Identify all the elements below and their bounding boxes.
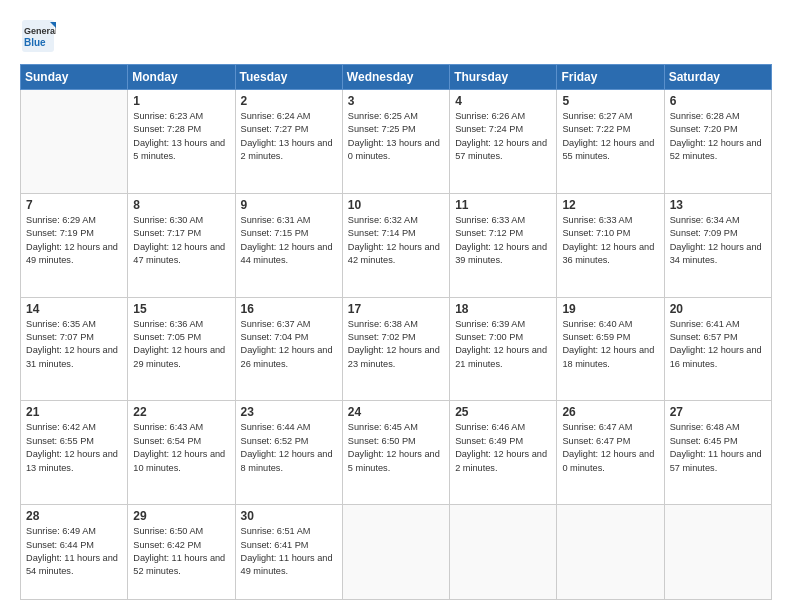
- calendar-cell: 13Sunrise: 6:34 AMSunset: 7:09 PMDayligh…: [664, 193, 771, 297]
- calendar-cell: 17Sunrise: 6:38 AMSunset: 7:02 PMDayligh…: [342, 297, 449, 401]
- day-number: 23: [241, 405, 337, 419]
- day-number: 17: [348, 302, 444, 316]
- day-number: 26: [562, 405, 658, 419]
- day-number: 11: [455, 198, 551, 212]
- cell-info: Sunrise: 6:40 AMSunset: 6:59 PMDaylight:…: [562, 318, 658, 371]
- day-number: 5: [562, 94, 658, 108]
- weekday-header-monday: Monday: [128, 65, 235, 90]
- calendar-cell: 4Sunrise: 6:26 AMSunset: 7:24 PMDaylight…: [450, 90, 557, 194]
- cell-info: Sunrise: 6:31 AMSunset: 7:15 PMDaylight:…: [241, 214, 337, 267]
- calendar-cell: 27Sunrise: 6:48 AMSunset: 6:45 PMDayligh…: [664, 401, 771, 505]
- calendar-cell: 1Sunrise: 6:23 AMSunset: 7:28 PMDaylight…: [128, 90, 235, 194]
- day-number: 25: [455, 405, 551, 419]
- cell-info: Sunrise: 6:42 AMSunset: 6:55 PMDaylight:…: [26, 421, 122, 474]
- day-number: 16: [241, 302, 337, 316]
- calendar-cell: [664, 505, 771, 600]
- cell-info: Sunrise: 6:36 AMSunset: 7:05 PMDaylight:…: [133, 318, 229, 371]
- day-number: 27: [670, 405, 766, 419]
- general-blue-logo-icon: General Blue: [20, 18, 56, 54]
- calendar-cell: 9Sunrise: 6:31 AMSunset: 7:15 PMDaylight…: [235, 193, 342, 297]
- cell-info: Sunrise: 6:30 AMSunset: 7:17 PMDaylight:…: [133, 214, 229, 267]
- calendar-cell: 7Sunrise: 6:29 AMSunset: 7:19 PMDaylight…: [21, 193, 128, 297]
- cell-info: Sunrise: 6:44 AMSunset: 6:52 PMDaylight:…: [241, 421, 337, 474]
- calendar-cell: 8Sunrise: 6:30 AMSunset: 7:17 PMDaylight…: [128, 193, 235, 297]
- cell-info: Sunrise: 6:51 AMSunset: 6:41 PMDaylight:…: [241, 525, 337, 578]
- day-number: 29: [133, 509, 229, 523]
- calendar-cell: 2Sunrise: 6:24 AMSunset: 7:27 PMDaylight…: [235, 90, 342, 194]
- cell-info: Sunrise: 6:49 AMSunset: 6:44 PMDaylight:…: [26, 525, 122, 578]
- cell-info: Sunrise: 6:46 AMSunset: 6:49 PMDaylight:…: [455, 421, 551, 474]
- calendar-cell: 21Sunrise: 6:42 AMSunset: 6:55 PMDayligh…: [21, 401, 128, 505]
- weekday-header-row: SundayMondayTuesdayWednesdayThursdayFrid…: [21, 65, 772, 90]
- svg-text:Blue: Blue: [24, 37, 46, 48]
- svg-text:General: General: [24, 26, 56, 36]
- cell-info: Sunrise: 6:24 AMSunset: 7:27 PMDaylight:…: [241, 110, 337, 163]
- cell-info: Sunrise: 6:50 AMSunset: 6:42 PMDaylight:…: [133, 525, 229, 578]
- day-number: 6: [670, 94, 766, 108]
- day-number: 3: [348, 94, 444, 108]
- cell-info: Sunrise: 6:33 AMSunset: 7:12 PMDaylight:…: [455, 214, 551, 267]
- day-number: 1: [133, 94, 229, 108]
- day-number: 22: [133, 405, 229, 419]
- cell-info: Sunrise: 6:41 AMSunset: 6:57 PMDaylight:…: [670, 318, 766, 371]
- calendar-cell: 6Sunrise: 6:28 AMSunset: 7:20 PMDaylight…: [664, 90, 771, 194]
- week-row-3: 14Sunrise: 6:35 AMSunset: 7:07 PMDayligh…: [21, 297, 772, 401]
- day-number: 2: [241, 94, 337, 108]
- calendar-cell: 20Sunrise: 6:41 AMSunset: 6:57 PMDayligh…: [664, 297, 771, 401]
- cell-info: Sunrise: 6:23 AMSunset: 7:28 PMDaylight:…: [133, 110, 229, 163]
- calendar-cell: 29Sunrise: 6:50 AMSunset: 6:42 PMDayligh…: [128, 505, 235, 600]
- cell-info: Sunrise: 6:38 AMSunset: 7:02 PMDaylight:…: [348, 318, 444, 371]
- calendar-cell: 12Sunrise: 6:33 AMSunset: 7:10 PMDayligh…: [557, 193, 664, 297]
- cell-info: Sunrise: 6:28 AMSunset: 7:20 PMDaylight:…: [670, 110, 766, 163]
- calendar-cell: 24Sunrise: 6:45 AMSunset: 6:50 PMDayligh…: [342, 401, 449, 505]
- day-number: 12: [562, 198, 658, 212]
- weekday-header-tuesday: Tuesday: [235, 65, 342, 90]
- calendar-cell: 18Sunrise: 6:39 AMSunset: 7:00 PMDayligh…: [450, 297, 557, 401]
- calendar-cell: [342, 505, 449, 600]
- calendar-cell: [450, 505, 557, 600]
- cell-info: Sunrise: 6:48 AMSunset: 6:45 PMDaylight:…: [670, 421, 766, 474]
- day-number: 10: [348, 198, 444, 212]
- calendar-cell: 15Sunrise: 6:36 AMSunset: 7:05 PMDayligh…: [128, 297, 235, 401]
- calendar-cell: 5Sunrise: 6:27 AMSunset: 7:22 PMDaylight…: [557, 90, 664, 194]
- cell-info: Sunrise: 6:27 AMSunset: 7:22 PMDaylight:…: [562, 110, 658, 163]
- weekday-header-friday: Friday: [557, 65, 664, 90]
- weekday-header-saturday: Saturday: [664, 65, 771, 90]
- cell-info: Sunrise: 6:26 AMSunset: 7:24 PMDaylight:…: [455, 110, 551, 163]
- cell-info: Sunrise: 6:37 AMSunset: 7:04 PMDaylight:…: [241, 318, 337, 371]
- calendar-cell: 11Sunrise: 6:33 AMSunset: 7:12 PMDayligh…: [450, 193, 557, 297]
- cell-info: Sunrise: 6:29 AMSunset: 7:19 PMDaylight:…: [26, 214, 122, 267]
- cell-info: Sunrise: 6:47 AMSunset: 6:47 PMDaylight:…: [562, 421, 658, 474]
- calendar-cell: 14Sunrise: 6:35 AMSunset: 7:07 PMDayligh…: [21, 297, 128, 401]
- week-row-4: 21Sunrise: 6:42 AMSunset: 6:55 PMDayligh…: [21, 401, 772, 505]
- day-number: 21: [26, 405, 122, 419]
- calendar-cell: 26Sunrise: 6:47 AMSunset: 6:47 PMDayligh…: [557, 401, 664, 505]
- week-row-1: 1Sunrise: 6:23 AMSunset: 7:28 PMDaylight…: [21, 90, 772, 194]
- calendar-cell: [21, 90, 128, 194]
- day-number: 14: [26, 302, 122, 316]
- cell-info: Sunrise: 6:35 AMSunset: 7:07 PMDaylight:…: [26, 318, 122, 371]
- day-number: 19: [562, 302, 658, 316]
- day-number: 24: [348, 405, 444, 419]
- calendar-cell: 30Sunrise: 6:51 AMSunset: 6:41 PMDayligh…: [235, 505, 342, 600]
- cell-info: Sunrise: 6:25 AMSunset: 7:25 PMDaylight:…: [348, 110, 444, 163]
- cell-info: Sunrise: 6:34 AMSunset: 7:09 PMDaylight:…: [670, 214, 766, 267]
- calendar-cell: 23Sunrise: 6:44 AMSunset: 6:52 PMDayligh…: [235, 401, 342, 505]
- day-number: 4: [455, 94, 551, 108]
- cell-info: Sunrise: 6:45 AMSunset: 6:50 PMDaylight:…: [348, 421, 444, 474]
- weekday-header-thursday: Thursday: [450, 65, 557, 90]
- day-number: 28: [26, 509, 122, 523]
- day-number: 13: [670, 198, 766, 212]
- cell-info: Sunrise: 6:39 AMSunset: 7:00 PMDaylight:…: [455, 318, 551, 371]
- cell-info: Sunrise: 6:32 AMSunset: 7:14 PMDaylight:…: [348, 214, 444, 267]
- calendar-cell: 16Sunrise: 6:37 AMSunset: 7:04 PMDayligh…: [235, 297, 342, 401]
- calendar-cell: 28Sunrise: 6:49 AMSunset: 6:44 PMDayligh…: [21, 505, 128, 600]
- calendar-cell: 3Sunrise: 6:25 AMSunset: 7:25 PMDaylight…: [342, 90, 449, 194]
- weekday-header-sunday: Sunday: [21, 65, 128, 90]
- cell-info: Sunrise: 6:33 AMSunset: 7:10 PMDaylight:…: [562, 214, 658, 267]
- logo: General Blue: [20, 18, 56, 54]
- calendar-cell: 25Sunrise: 6:46 AMSunset: 6:49 PMDayligh…: [450, 401, 557, 505]
- calendar-cell: 10Sunrise: 6:32 AMSunset: 7:14 PMDayligh…: [342, 193, 449, 297]
- day-number: 9: [241, 198, 337, 212]
- day-number: 15: [133, 302, 229, 316]
